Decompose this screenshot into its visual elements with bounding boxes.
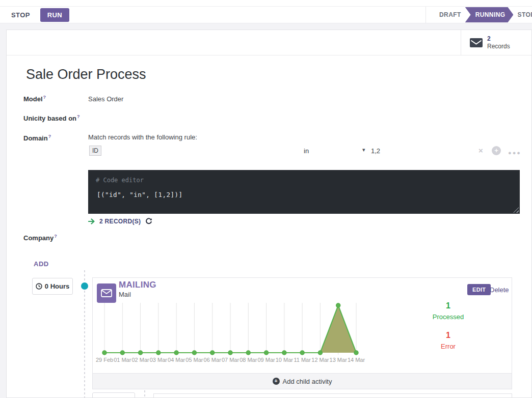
- activity-stats: 1 Processed 1 Error: [421, 301, 475, 350]
- add-child-activity-button[interactable]: + Add child activity: [93, 373, 512, 389]
- svg-text:07 Mar: 07 Mar: [222, 357, 240, 363]
- activity-name[interactable]: MAILING: [119, 280, 156, 290]
- matched-records-row: 2 RECORD(S): [88, 218, 152, 225]
- add-child-activity-label: Add child activity: [283, 378, 332, 385]
- svg-text:06 Mar: 06 Mar: [204, 357, 222, 363]
- processed-label: Processed: [421, 313, 475, 321]
- activity-type: Mail: [119, 291, 131, 298]
- add-activity-button[interactable]: ADD: [34, 260, 49, 268]
- svg-text:05 Mar: 05 Mar: [185, 357, 203, 363]
- envelope-icon: [470, 38, 483, 47]
- rule-operator-select[interactable]: in: [304, 147, 309, 155]
- status-stopped[interactable]: STOPPED: [517, 11, 532, 18]
- svg-text:04 Mar: 04 Mar: [168, 357, 185, 363]
- activity-card: MAILING Mail EDIT Delete 29 Feb01 Mar02 …: [92, 277, 512, 389]
- domain-help-icon: ?: [48, 134, 51, 139]
- svg-text:13 Mar: 13 Mar: [330, 357, 348, 363]
- activity-chart-container: 29 Feb01 Mar02 Mar03 Mar04 Mar05 Mar06 M…: [100, 300, 365, 367]
- envelope-icon: [101, 289, 112, 297]
- code-editor-content: [("id", "in", [1,2])]: [97, 191, 183, 198]
- trigger-delay-button[interactable]: 0 Hours: [32, 278, 73, 295]
- svg-text:12 Mar: 12 Mar: [311, 357, 329, 363]
- domain-intro-text: Match records with the following rule:: [88, 133, 197, 141]
- add-branch-icon[interactable]: ●●●: [508, 150, 521, 156]
- clock-icon: [36, 283, 42, 290]
- delete-link[interactable]: Delete: [490, 286, 509, 294]
- model-field-label: Model?: [23, 95, 46, 103]
- child-activity-card: [153, 393, 512, 398]
- chevron-down-icon[interactable]: ▾: [362, 147, 365, 153]
- top-toolbar: STOP RUN DRAFT RUNNING STOPPED: [0, 6, 532, 23]
- form-sheet: 2 Records Sale Order Process Model? Sale…: [6, 30, 532, 398]
- refresh-icon[interactable]: [145, 218, 152, 225]
- stop-button[interactable]: STOP: [11, 11, 30, 19]
- trigger-delay-label: 0 Hours: [45, 282, 69, 290]
- button-box: 2 Records: [7, 30, 531, 55]
- status-draft[interactable]: DRAFT: [439, 11, 461, 18]
- processed-count: 1: [421, 301, 475, 310]
- records-count: 2: [487, 35, 510, 43]
- page-title[interactable]: Sale Order Process: [26, 67, 146, 82]
- unicity-help-icon: ?: [77, 114, 80, 119]
- company-help-icon: ?: [54, 234, 57, 239]
- domain-rule-row: ID in ▾ 1,2 × + ●●●: [7, 146, 531, 158]
- status-pipeline: DRAFT RUNNING STOPPED: [425, 7, 532, 23]
- rule-field-tag[interactable]: ID: [89, 146, 101, 156]
- marketing-automation-page: STOP RUN DRAFT RUNNING STOPPED 2 Records…: [0, 0, 532, 398]
- error-label: Error: [421, 343, 475, 350]
- rule-value-input[interactable]: 1,2: [371, 147, 380, 155]
- svg-text:02 Mar: 02 Mar: [131, 357, 149, 363]
- svg-text:03 Mar: 03 Mar: [150, 357, 168, 363]
- records-stat-text: 2 Records: [487, 35, 510, 50]
- svg-text:11 Mar: 11 Mar: [294, 357, 311, 363]
- child-flow-connector-line: [144, 390, 145, 397]
- plus-circle-icon: +: [273, 378, 280, 385]
- flow-node-dot: [81, 282, 88, 290]
- activity-chart: 29 Feb01 Mar02 Mar03 Mar04 Mar05 Mar06 M…: [100, 300, 365, 367]
- delete-rule-icon[interactable]: ×: [478, 146, 483, 155]
- model-help-icon: ?: [43, 95, 46, 100]
- records-label: Records: [487, 43, 510, 50]
- status-running[interactable]: RUNNING: [465, 7, 514, 22]
- child-trigger-delay-button[interactable]: [92, 392, 135, 398]
- domain-code-editor[interactable]: # Code editor [("id", "in", [1,2])]: [88, 170, 520, 214]
- code-editor-comment: # Code editor: [96, 177, 144, 184]
- company-field-label: Company?: [23, 234, 57, 242]
- arrow-right-icon: [88, 218, 95, 224]
- error-count: 1: [421, 331, 475, 340]
- matched-records-link[interactable]: 2 RECORD(S): [99, 218, 141, 225]
- run-button[interactable]: RUN: [40, 8, 69, 22]
- records-stat-button[interactable]: 2 Records: [461, 30, 531, 55]
- svg-text:08 Mar: 08 Mar: [240, 357, 257, 363]
- svg-text:14 Mar: 14 Mar: [348, 357, 365, 363]
- svg-text:09 Mar: 09 Mar: [257, 357, 275, 363]
- svg-text:10 Mar: 10 Mar: [276, 357, 294, 363]
- svg-text:29 Feb: 29 Feb: [96, 357, 113, 363]
- resize-handle[interactable]: [513, 207, 519, 213]
- svg-text:01 Mar: 01 Mar: [114, 357, 131, 363]
- domain-field-label: Domain?: [23, 134, 51, 142]
- edit-button[interactable]: EDIT: [467, 284, 491, 295]
- model-field-value[interactable]: Sales Order: [88, 95, 123, 103]
- add-rule-icon[interactable]: +: [492, 146, 501, 155]
- unicity-field-label: Unicity based on?: [23, 114, 80, 122]
